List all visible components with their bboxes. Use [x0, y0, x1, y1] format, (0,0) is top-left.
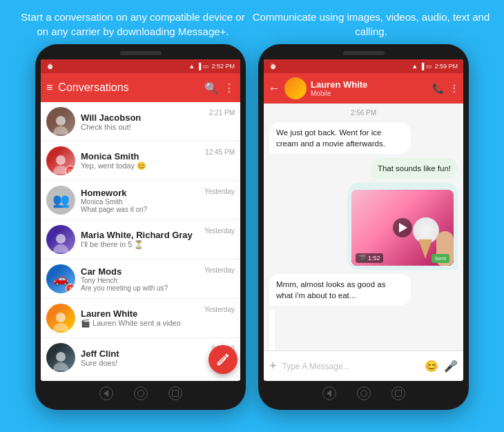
signal-icon: ▐ — [197, 63, 201, 70]
list-item[interactable]: 🚗 3 Car Mods Tony Hench:Are you meeting … — [41, 259, 240, 299]
chat-input-bar: + Type A Message... 😊 🎤 — [264, 351, 463, 381]
avatar: 🚗 3 — [46, 264, 75, 293]
back-triangle-icon — [104, 390, 108, 397]
phone-speaker-left — [120, 51, 162, 55]
avatar — [46, 343, 75, 372]
back-nav-button[interactable] — [99, 386, 113, 400]
video-duration: 🎬 1:52 — [356, 253, 383, 264]
emoji-picker-icon[interactable]: 😊 — [425, 360, 438, 373]
recents-nav-button[interactable] — [168, 386, 182, 400]
group-car-icon: 🚗 — [53, 271, 68, 286]
header-right-text: Communicate using images, videos, audio,… — [252, 10, 490, 39]
contact-name: Lauren White — [81, 308, 199, 319]
battery-icon: ▭ — [203, 63, 209, 70]
unread-badge: 13 — [66, 166, 75, 175]
contact-name: Monica Smith — [81, 151, 200, 161]
message-time: 12:45 PM — [205, 146, 235, 156]
message-timestamp: 2:56 PM — [269, 109, 458, 117]
contact-name: Jeff Clint — [81, 348, 206, 359]
header-left-text: Start a conversation on any compatible d… — [14, 10, 252, 39]
list-item[interactable]: 👥 Homework Monica SmithWhat page was it … — [41, 181, 240, 220]
home-nav-button[interactable] — [134, 386, 148, 400]
contact-name: Homework — [81, 188, 199, 198]
edit-icon — [215, 352, 231, 367]
right-phone: ⏰ ▲ ▐ ▭ 2:59 PM ← Lauren White Mobile — [258, 44, 469, 410]
back-button[interactable]: ← — [268, 81, 280, 96]
back-nav-button-right[interactable] — [322, 386, 336, 400]
home-nav-button-right[interactable] — [357, 386, 371, 400]
video-thumbnail[interactable]: 🎬 1:52 Sent — [351, 190, 454, 266]
image-bubble — [269, 310, 275, 351]
phone-speaker-right — [343, 51, 385, 55]
list-item[interactable]: 13 Monica Smith Yep, went today 😊 12:45 … — [41, 141, 240, 181]
battery-icon-right: ▭ — [426, 63, 432, 70]
message-bubble-wrap: Mmm, almost looks as good as what i'm ab… — [269, 274, 458, 306]
left-phone-screen: ⏰ ▲ ▐ ▭ 2:52 PM ≡ Conversations 🔍 ⋮ — [41, 59, 240, 381]
list-item[interactable]: Maria White, Richard Gray I'll be there … — [41, 220, 240, 259]
message-input[interactable]: Type A Message... — [282, 362, 419, 371]
contact-name: Will Jacobson — [81, 112, 204, 123]
search-icon[interactable]: 🔍 — [204, 81, 218, 95]
unread-badge: 3 — [66, 284, 75, 293]
alarm-icon-right: ⏰ — [269, 63, 277, 70]
recents-nav-button-right[interactable] — [391, 386, 405, 400]
sent-label: Sent — [432, 254, 449, 263]
back-triangle-icon — [327, 390, 331, 397]
voice-mic-icon[interactable]: 🎤 — [444, 360, 458, 373]
contact-name: Car Mods — [81, 266, 199, 277]
message-preview: 🎬 Lauren White sent a video — [81, 319, 199, 328]
sent-bubble: That sounds like fun! — [371, 158, 458, 179]
wifi-icon: ▲ — [188, 63, 195, 70]
message-preview: I'll be there in 5 ⏳ — [81, 240, 199, 249]
avatar: 👥 — [46, 186, 75, 215]
message-preview: Yep, went today 😊 — [81, 161, 200, 170]
received-bubble: Mmm, almost looks as good as what i'm ab… — [269, 274, 411, 306]
icecream-cone — [418, 239, 432, 259]
video-bubble: 🎬 1:52 Sent — [347, 183, 458, 270]
contact-name: Lauren White — [311, 79, 428, 90]
message-preview: Check this out! — [81, 123, 204, 131]
message-time: Yesterday — [204, 304, 235, 313]
compose-fab[interactable] — [209, 345, 238, 374]
video-camera-icon: 🎬 — [358, 254, 366, 263]
add-attachment-icon[interactable]: + — [269, 359, 277, 373]
play-triangle-icon — [399, 223, 407, 233]
call-icon[interactable]: 📞 — [432, 83, 444, 94]
chat-action-icons: 📞 ⋮ — [432, 83, 459, 94]
avatar: 13 — [46, 146, 75, 175]
status-bar-right: ⏰ ▲ ▐ ▭ 2:59 PM — [264, 59, 463, 73]
play-button[interactable] — [393, 218, 412, 237]
avatar — [46, 225, 75, 254]
recents-square-icon — [395, 390, 402, 397]
chat-contact-avatar — [284, 77, 307, 99]
message-time: Yesterday — [204, 186, 235, 195]
time-display-right: 2:59 PM — [434, 63, 458, 70]
alarm-icon: ⏰ — [46, 63, 54, 70]
hamburger-menu-icon[interactable]: ≡ — [46, 81, 52, 94]
message-bubble-wrap: That sounds like fun! — [269, 158, 458, 179]
message-time: 2:21 PM — [209, 107, 235, 117]
contact-subtitle: Mobile — [311, 90, 428, 97]
avatar — [46, 304, 75, 333]
conversations-app-bar: ≡ Conversations 🔍 ⋮ — [41, 73, 240, 102]
group-icon: 👥 — [52, 192, 70, 208]
chat-contact-info: Lauren White Mobile — [311, 79, 428, 97]
chat-messages: 2:56 PM We just got back. Went for ice c… — [264, 104, 463, 351]
more-options-icon[interactable]: ⋮ — [224, 81, 235, 95]
right-phone-screen: ⏰ ▲ ▐ ▭ 2:59 PM ← Lauren White Mobile — [264, 59, 463, 381]
message-time: Yesterday — [204, 264, 235, 274]
avatar — [46, 107, 75, 136]
message-preview: Tony Hench:Are you meeting up with us? — [81, 277, 199, 292]
chat-app-bar: ← Lauren White Mobile 📞 ⋮ — [264, 73, 463, 104]
status-bar-left: ⏰ ▲ ▐ ▭ 2:52 PM — [41, 59, 240, 73]
conversation-list: Will Jacobson Check this out! 2:21 PM 13 — [41, 102, 240, 381]
video-message-wrap: 🎬 1:52 Sent — [269, 183, 458, 270]
phones-row: ⏰ ▲ ▐ ▭ 2:52 PM ≡ Conversations 🔍 ⋮ — [23, 44, 481, 432]
received-bubble: We just got back. Went for ice cream and… — [269, 122, 411, 154]
chat-more-icon[interactable]: ⋮ — [449, 83, 459, 94]
list-item[interactable]: Will Jacobson Check this out! 2:21 PM — [41, 102, 240, 141]
wifi-icon-right: ▲ — [411, 63, 418, 70]
list-item[interactable]: Lauren White 🎬 Lauren White sent a video… — [41, 299, 240, 338]
signal-icon-right: ▐ — [420, 63, 424, 70]
left-phone: ⏰ ▲ ▐ ▭ 2:52 PM ≡ Conversations 🔍 ⋮ — [35, 44, 246, 410]
